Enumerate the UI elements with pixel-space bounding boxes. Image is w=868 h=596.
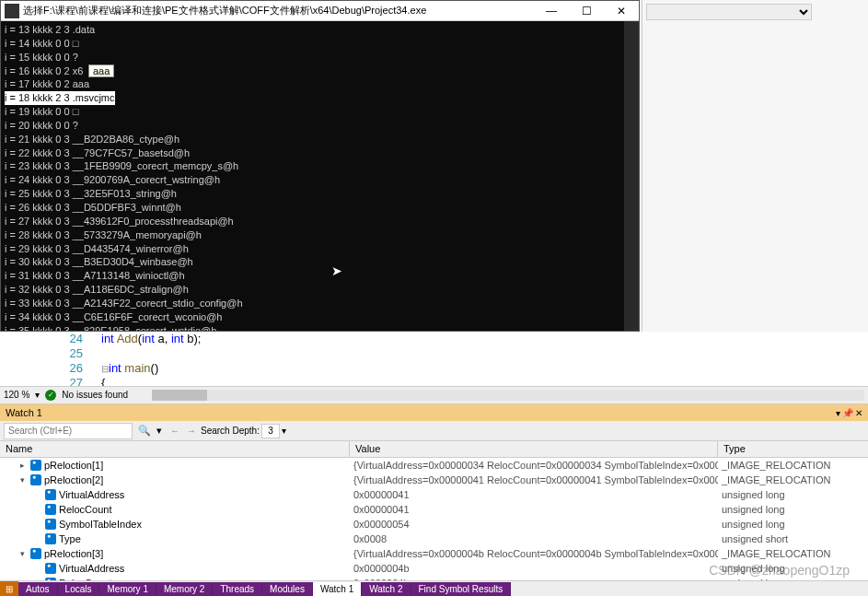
variable-icon bbox=[45, 519, 56, 530]
dropdown-icon[interactable]: ▾ bbox=[836, 408, 840, 418]
variable-icon bbox=[45, 563, 56, 574]
maximize-button[interactable]: ☐ bbox=[569, 1, 604, 21]
variable-value: 0x0000004b bbox=[350, 563, 718, 574]
zoom-level[interactable]: 120 % bbox=[4, 390, 29, 400]
watch-row[interactable]: ▸pReloction[1]{VirtualAddress=0x00000034… bbox=[0, 458, 868, 473]
console-scrollbar[interactable] bbox=[624, 21, 639, 331]
console-line: i = 28 kkkk 0 3 __5733279A_memoryapi@h bbox=[5, 228, 635, 242]
bottom-tab[interactable]: Find Symbol Results bbox=[411, 582, 512, 596]
console-titlebar[interactable]: 选择F:\课程\前课程\编译和连接\PE文件格式详解\COFF文件解析\x64\… bbox=[1, 1, 639, 21]
dropdown-icon[interactable]: ▾ bbox=[156, 425, 162, 437]
watch-panel-title[interactable]: Watch 1 ▾ 📌 ✕ bbox=[0, 404, 868, 421]
console-line: i = 17 kkkk 0 2 aaa bbox=[5, 77, 635, 91]
variable-icon bbox=[30, 474, 41, 485]
watch-row[interactable]: ▾pReloction[2]{VirtualAddress=0x00000041… bbox=[0, 473, 868, 487]
console-line: i = 24 kkkk 0 3 __9200769A_corecrt_wstri… bbox=[5, 173, 635, 187]
bottom-tab[interactable]: Modules bbox=[262, 582, 313, 596]
variable-value: 0x0008 bbox=[350, 533, 718, 544]
editor-code-area[interactable]: int Add(int a, int b);⊟int main() { bbox=[101, 332, 201, 391]
console-line: i = 27 kkkk 0 3 __439612F0_processthread… bbox=[5, 215, 635, 228]
variable-name: pReloction[2] bbox=[44, 474, 103, 485]
watch-panel: Watch 1 ▾ 📌 ✕ 🔍 ▾ ← → Search Depth: ▾ Na… bbox=[0, 403, 868, 580]
tree-toggle-icon[interactable]: ▾ bbox=[17, 549, 28, 558]
variable-value: 0x00000054 bbox=[350, 519, 718, 530]
console-window: 选择F:\课程\前课程\编译和连接\PE文件格式详解\COFF文件解析\x64\… bbox=[0, 0, 640, 332]
console-line: i = 14 kkkk 0 0 □ bbox=[5, 37, 635, 51]
search-depth-input[interactable] bbox=[261, 424, 280, 438]
line-number-gutter: 24252627 bbox=[55, 332, 83, 391]
status-ok-icon: ✓ bbox=[45, 390, 56, 401]
console-app-icon bbox=[5, 4, 19, 18]
search-icon[interactable]: 🔍 bbox=[138, 425, 151, 437]
console-line: i = 33 kkkk 0 3 __A2143F22_corecrt_stdio… bbox=[5, 297, 635, 310]
bottom-tab-bar: ⊞ AutosLocalsMemory 1Memory 2ThreadsModu… bbox=[0, 580, 868, 596]
variable-icon bbox=[45, 533, 56, 544]
watch-row[interactable]: RelocCount0x00000041unsigned long bbox=[0, 502, 868, 517]
depth-dropdown-icon[interactable]: ▾ bbox=[282, 426, 286, 436]
bottom-tab[interactable]: Watch 1 bbox=[313, 582, 362, 596]
watch-row[interactable]: SymbolTableIndex0x00000054unsigned long bbox=[0, 517, 868, 532]
watermark: CSDN @zhaopengO1zp bbox=[709, 563, 850, 578]
tree-toggle-icon[interactable]: ▸ bbox=[17, 461, 28, 470]
console-line: i = 25 kkkk 0 3 __32E5F013_string@h bbox=[5, 187, 635, 201]
console-title: 选择F:\课程\前课程\编译和连接\PE文件格式详解\COFF文件解析\x64\… bbox=[23, 4, 534, 18]
console-line: i = 19 kkkk 0 0 □ bbox=[5, 105, 635, 119]
editor-status-bar: 120 % ▾ ✓ No issues found bbox=[0, 386, 868, 403]
column-name[interactable]: Name bbox=[0, 441, 350, 457]
bottom-tab[interactable]: Threads bbox=[213, 582, 262, 596]
variable-type: _IMAGE_RELOCATION bbox=[718, 460, 868, 471]
console-line: i = 30 kkkk 0 3 __B3ED30D4_winbase@h bbox=[5, 255, 635, 269]
variable-type: unsigned short bbox=[718, 533, 868, 544]
horizontal-scrollbar[interactable] bbox=[152, 390, 864, 401]
console-line: i = 13 kkkk 2 3 .data bbox=[5, 23, 635, 37]
console-line: i = 29 kkkk 0 3 __D4435474_winerror@h bbox=[5, 242, 635, 256]
column-type[interactable]: Type bbox=[718, 441, 868, 457]
bottom-tab[interactable]: Autos bbox=[18, 582, 58, 596]
watch-column-header[interactable]: Name Value Type bbox=[0, 441, 868, 458]
console-line: i = 15 kkkk 0 0 ? bbox=[5, 51, 635, 64]
variable-name: RelocCount bbox=[59, 504, 111, 515]
pin-icon[interactable]: 📌 bbox=[842, 408, 853, 418]
tree-toggle-icon[interactable]: ▾ bbox=[17, 475, 28, 485]
nav-prev-button[interactable]: ← bbox=[168, 424, 182, 438]
variable-name: VirtualAddress bbox=[59, 489, 124, 500]
variable-value: 0x00000041 bbox=[350, 504, 718, 515]
watch-row[interactable]: ▾pReloction[3]{VirtualAddress=0x0000004b… bbox=[0, 546, 868, 561]
close-button[interactable]: ✕ bbox=[604, 1, 639, 21]
console-line: i = 26 kkkk 0 3 __D5DDFBF3_winnt@h bbox=[5, 201, 635, 215]
close-panel-icon[interactable]: ✕ bbox=[855, 408, 862, 418]
console-line: i = 34 kkkk 0 3 __C6E16F6F_corecrt_wconi… bbox=[5, 310, 635, 324]
variable-icon bbox=[30, 548, 41, 559]
watch-row[interactable]: Type0x0008unsigned short bbox=[0, 532, 868, 546]
search-input[interactable] bbox=[4, 423, 133, 439]
variable-value: {VirtualAddress=0x0000004b RelocCount=0x… bbox=[350, 548, 718, 559]
variable-name: pReloction[1] bbox=[44, 460, 103, 471]
bottom-tab[interactable]: Memory 2 bbox=[156, 582, 213, 596]
variable-type: unsigned long bbox=[718, 504, 868, 515]
bottom-tab[interactable]: Locals bbox=[58, 582, 100, 596]
console-line: i = 32 kkkk 0 3 __A118E6DC_stralign@h bbox=[5, 283, 635, 297]
variable-value: {VirtualAddress=0x00000041 RelocCount=0x… bbox=[350, 474, 718, 485]
console-line: i = 21 kkkk 0 3 __B2D2BA86_ctype@h bbox=[5, 133, 635, 146]
variable-name: pReloction[3] bbox=[44, 548, 103, 559]
console-line: i = 22 kkkk 0 3 __79C7FC57_basetsd@h bbox=[5, 146, 635, 160]
console-line: i = 20 kkkk 0 0 ? bbox=[5, 119, 635, 133]
console-tooltip: aaa bbox=[88, 64, 114, 77]
bottom-tab[interactable]: Memory 1 bbox=[99, 582, 156, 596]
variable-name: Type bbox=[59, 533, 81, 544]
console-line: i = 18 kkkk 2 3 .msvcjmc bbox=[5, 91, 635, 105]
error-list-icon[interactable]: ⊞ bbox=[0, 581, 18, 596]
watch-toolbar: 🔍 ▾ ← → Search Depth: ▾ bbox=[0, 421, 868, 441]
nav-next-button[interactable]: → bbox=[184, 424, 199, 438]
scope-dropdown[interactable] bbox=[646, 4, 812, 20]
column-value[interactable]: Value bbox=[350, 441, 718, 457]
issues-status: No issues found bbox=[62, 390, 128, 400]
variable-icon bbox=[30, 460, 41, 471]
variable-value: {VirtualAddress=0x00000034 RelocCount=0x… bbox=[350, 460, 718, 471]
variable-value: 0x00000041 bbox=[350, 489, 718, 500]
minimize-button[interactable]: — bbox=[534, 1, 569, 21]
bottom-tab[interactable]: Watch 2 bbox=[362, 582, 411, 596]
watch-row[interactable]: VirtualAddress0x00000041unsigned long bbox=[0, 487, 868, 502]
console-line: i = 31 kkkk 0 3 __A7113148_winioctl@h bbox=[5, 269, 635, 283]
variable-type: _IMAGE_RELOCATION bbox=[718, 474, 868, 485]
